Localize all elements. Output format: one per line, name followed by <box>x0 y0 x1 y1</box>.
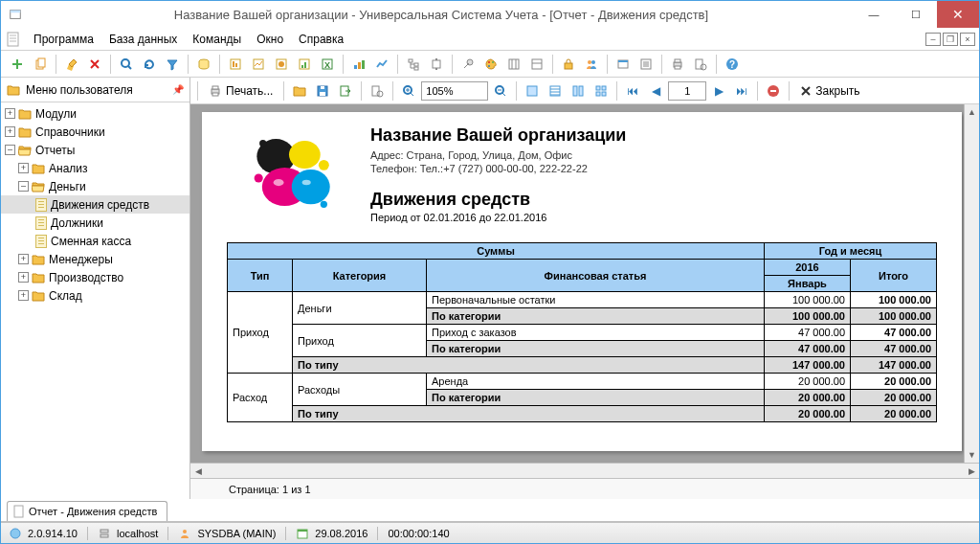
lock-icon[interactable] <box>558 54 579 75</box>
delete-icon[interactable] <box>84 54 105 75</box>
folder-icon <box>32 290 45 302</box>
palette-icon[interactable] <box>480 54 501 75</box>
maximize-button[interactable]: ☐ <box>895 1 937 28</box>
tools-icon[interactable] <box>457 54 479 75</box>
tree-modules[interactable]: +Модули <box>1 104 189 123</box>
close-report-button[interactable]: Закрыть <box>794 80 865 102</box>
svg-point-75 <box>302 180 311 185</box>
zoom-input[interactable]: 105% <box>421 81 488 101</box>
users-icon[interactable] <box>581 54 602 75</box>
main-toolbar: X ? <box>1 51 979 78</box>
tree-shift-cash[interactable]: Сменная касса <box>1 232 189 250</box>
folder-open-icon <box>32 181 45 193</box>
sidebar: Меню пользователя 📌 +Модули +Справочники… <box>1 78 190 499</box>
svg-point-29 <box>492 61 494 63</box>
tab-report[interactable]: Отчет - Движения средств <box>7 501 167 521</box>
report2-icon[interactable] <box>248 54 269 75</box>
svg-rect-52 <box>372 86 379 96</box>
nav-first-icon[interactable]: ⏮ <box>622 80 643 102</box>
chart-line-icon[interactable] <box>371 54 392 75</box>
close-icon <box>800 85 812 97</box>
print-button[interactable]: Печать... <box>203 80 278 102</box>
tree-icon[interactable] <box>403 54 424 75</box>
columns-icon[interactable] <box>503 54 524 75</box>
mdi-restore[interactable]: ❐ <box>943 33 958 46</box>
doc-icon <box>13 505 25 518</box>
menu-commands[interactable]: Команды <box>185 28 249 51</box>
zoom-in-icon[interactable] <box>398 80 419 102</box>
tree-directories[interactable]: +Справочники <box>1 123 189 141</box>
nav-last-icon[interactable]: ⏭ <box>731 80 752 102</box>
tree-debtors[interactable]: Должники <box>1 214 189 232</box>
view2-icon[interactable] <box>545 80 566 102</box>
window-icon[interactable] <box>612 54 634 75</box>
doc-icon <box>35 216 47 230</box>
page-input[interactable] <box>668 81 706 101</box>
svg-rect-65 <box>770 90 776 92</box>
menu-program[interactable]: Программа <box>26 28 101 51</box>
sidebar-title: Меню пользователя <box>26 83 133 97</box>
minimize-button[interactable]: — <box>853 1 895 28</box>
svg-rect-41 <box>696 59 702 69</box>
export-icon[interactable] <box>335 80 356 102</box>
refresh-icon[interactable] <box>139 54 160 75</box>
nav-next-icon[interactable]: ▶ <box>708 80 729 102</box>
chart-bar-icon[interactable] <box>348 54 369 75</box>
edit-icon[interactable] <box>61 54 82 75</box>
tree-warehouse[interactable]: +Склад <box>1 286 189 305</box>
svg-point-73 <box>321 201 327 208</box>
menu-help[interactable]: Справка <box>291 28 351 51</box>
svg-rect-40 <box>675 66 680 69</box>
view4-icon[interactable] <box>590 80 612 102</box>
search-icon[interactable] <box>116 54 137 75</box>
report4-icon[interactable] <box>294 54 315 75</box>
document-tabs: Отчет - Движения средств <box>1 499 979 522</box>
report-title: Движения средств <box>370 190 937 210</box>
save-icon[interactable] <box>312 80 333 102</box>
tree-reports[interactable]: –Отчеты <box>1 141 189 159</box>
stop-icon[interactable] <box>763 80 784 102</box>
plugin-icon[interactable] <box>426 54 447 75</box>
report1-icon[interactable] <box>225 54 246 75</box>
print-icon[interactable] <box>667 54 688 75</box>
svg-rect-14 <box>301 65 303 68</box>
nav-prev-icon[interactable]: ◀ <box>645 80 666 102</box>
copy-icon[interactable] <box>30 54 51 75</box>
horizontal-scrollbar[interactable]: ◀▶ <box>190 463 979 478</box>
tree-movements[interactable]: Движения средств <box>1 195 189 214</box>
list-icon[interactable] <box>635 54 657 75</box>
preview-icon[interactable] <box>690 54 711 75</box>
nav-tree: +Модули +Справочники –Отчеты +Анализ –Де… <box>1 102 189 499</box>
find-icon[interactable] <box>367 80 388 102</box>
mdi-close[interactable]: × <box>960 33 975 46</box>
tree-production[interactable]: +Производство <box>1 268 189 286</box>
open-icon[interactable] <box>289 80 310 102</box>
export-excel-icon[interactable]: X <box>317 54 338 75</box>
add-icon[interactable] <box>7 54 28 75</box>
view3-icon[interactable] <box>568 80 589 102</box>
svg-rect-24 <box>433 60 440 68</box>
close-button[interactable]: ✕ <box>937 1 979 28</box>
folder-icon <box>32 163 45 174</box>
view1-icon[interactable] <box>522 80 543 102</box>
layout-icon[interactable] <box>526 54 547 75</box>
tree-analysis[interactable]: +Анализ <box>1 159 189 177</box>
db-icon[interactable] <box>193 54 214 75</box>
status-user: SYSDBA (MAIN) <box>197 528 276 539</box>
report3-icon[interactable] <box>271 54 292 75</box>
vertical-scrollbar[interactable]: ▲▼ <box>964 104 979 463</box>
pin-icon[interactable]: 📌 <box>172 84 184 95</box>
mdi-minimize[interactable]: – <box>925 33 941 46</box>
filter-icon[interactable] <box>162 54 183 75</box>
svg-rect-30 <box>509 59 519 69</box>
tree-managers[interactable]: +Менеджеры <box>1 250 189 268</box>
user-icon <box>178 527 191 540</box>
zoom-out-icon[interactable] <box>490 80 511 102</box>
svg-text:X: X <box>324 60 330 70</box>
help-icon[interactable]: ? <box>722 54 743 75</box>
tree-money[interactable]: –Деньги <box>1 177 189 195</box>
svg-rect-61 <box>602 86 606 90</box>
folder-icon <box>18 108 32 120</box>
menu-database[interactable]: База данных <box>101 28 185 51</box>
menu-window[interactable]: Окно <box>249 28 291 51</box>
